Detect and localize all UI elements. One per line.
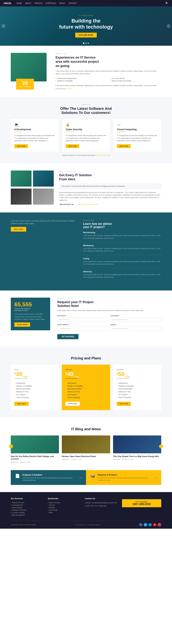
footer-svc-2[interactable]: IT Management xyxy=(11,504,44,506)
hero-dot-2[interactable] xyxy=(85,42,87,44)
nav-pages[interactable]: PAGES xyxy=(59,2,65,4)
itsol-consult-link[interactable]: Make Call & Get Information xyxy=(78,204,98,205)
about-sig-link[interactable]: Director xyxy=(66,88,72,90)
youtube-icon[interactable]: ▶ xyxy=(153,523,157,526)
submit-button[interactable]: GET NOTIFIED xyxy=(57,334,78,339)
popular-plan-type: POPULAR xyxy=(65,369,106,370)
about-features: Experienced Programmers All In One Servi… xyxy=(56,78,161,82)
footer-svc-4[interactable]: Hardware Technician xyxy=(11,509,44,511)
itdev-apply-button[interactable]: APPLY NOW xyxy=(14,144,28,148)
cloud-icon: ☁️ xyxy=(117,123,158,126)
footer-svc-1[interactable]: Software Solution xyxy=(11,501,44,504)
nav-home[interactable]: HOME xyxy=(17,2,22,4)
footer-quicklinks-heading: QuickLinks xyxy=(48,498,81,500)
instagram-icon[interactable]: 📷 xyxy=(158,523,161,526)
footer-link-2[interactable]: Services xyxy=(48,504,81,506)
itdev-icon: 💻 xyxy=(14,123,55,126)
itsolution-images xyxy=(11,170,54,206)
blog-title-1: How Do You Define Electric-Field Voltage… xyxy=(11,455,59,460)
itdev-name: It Development xyxy=(14,128,55,131)
hero-cta-button[interactable]: EXPLORE MORE xyxy=(75,33,97,38)
services-grid: 💻 It Development Services IT management … xyxy=(11,119,161,152)
blog-author-2: agentname xyxy=(62,459,69,460)
wireframing-title: Wireframing xyxy=(83,244,161,246)
study-more-button[interactable]: STUDY MORE xyxy=(14,322,30,327)
cta-request[interactable]: 📦 Request A Product Lorem ipsum dolor si… xyxy=(86,470,161,485)
deliver-left: Lorem ipsum dolor sit amet, consectetur … xyxy=(11,220,76,283)
request-desc: Lorem ipsum dolor sit amet, consectetur … xyxy=(98,477,152,482)
itsol-section-label: WHY CHOOSE US xyxy=(59,170,161,172)
last-name-input[interactable] xyxy=(110,317,161,322)
services-title: Offer The Latest Software AndSolutions T… xyxy=(11,106,161,115)
cloud-apply-button[interactable]: APPLY NOW xyxy=(117,144,131,148)
email-input[interactable] xyxy=(57,326,108,331)
popular-feat-4: Delivery On Time xyxy=(65,390,106,393)
itsolution-section: WHY CHOOSE US Get Every IT SolutionFrom … xyxy=(0,163,172,213)
services-section: SERVICE Offer The Latest Software AndSol… xyxy=(0,97,172,163)
cta-propose[interactable]: 📄 Propose A Solution Lorem ipsum dolor s… xyxy=(11,470,86,485)
nav-service[interactable]: SERVICE xyxy=(35,2,42,4)
cybersec-apply-button[interactable]: APPLY NOW xyxy=(66,144,79,148)
request-icon: 📦 xyxy=(90,474,95,478)
blog-prev-arrow[interactable]: ‹ xyxy=(9,444,13,448)
deliver-item-coding: Coding Lorem ipsum dolor sit amet, conse… xyxy=(83,258,161,268)
hero-prev-arrow[interactable]: ‹ xyxy=(2,24,5,28)
blog-meta-2: agentname January 27, 2022 xyxy=(62,459,110,460)
nav-portfolio[interactable]: PORTFOLIO xyxy=(46,2,56,4)
premium-feat-2: Weekly Or Fortnightly xyxy=(117,384,158,388)
cybersec-icon: 🔒 xyxy=(66,123,106,126)
nav-contact[interactable]: CONTACT xyxy=(68,2,77,4)
search-icon[interactable]: 🔍 xyxy=(165,2,168,5)
footer-link-1[interactable]: About Company xyxy=(48,501,81,504)
services-footer-link[interactable]: Find Your Solution xyxy=(96,154,109,156)
popular-apply-button[interactable]: APPLY NOW xyxy=(65,402,80,406)
deliver-right: MILESTONE Learn how we deliveryour IT pr… xyxy=(83,220,161,283)
service-card-cloud: ☁️ Cloud Computing Services IT managemen… xyxy=(113,119,161,152)
popular-features: Experienced Weekly Or Fortnightly Well D… xyxy=(65,382,106,399)
footer-svc-3[interactable]: Cyber Security xyxy=(11,506,44,509)
premium-feat-1: Experienced xyxy=(117,382,158,384)
nav-links: HOME ABOUT SERVICE PORTFOLIO PAGES CONTA… xyxy=(17,2,165,4)
pricing-section: PLANS Pricing and Plans BASIC $30/ hour … xyxy=(0,346,172,417)
footer-svc-5[interactable]: In House Tutoring xyxy=(11,511,44,514)
coding-text: Lorem ipsum dolor sit amet, consectetur … xyxy=(83,260,161,266)
premium-feat-5: 24/7 Support xyxy=(117,393,158,396)
cybersec-desc: IT management service that manages and m… xyxy=(66,134,106,142)
wireframing-text: Lorem ipsum dolor sit amet, consectetur … xyxy=(83,247,161,252)
footer-link-5[interactable]: News xyxy=(48,511,81,514)
hero-section: IT SOLUTION Building thefuture with tech… xyxy=(0,6,172,46)
navbar: ORION HOME ABOUT SERVICE PORTFOLIO PAGES… xyxy=(0,0,172,6)
footer-email: E: contact@email.com xyxy=(86,524,101,526)
twitter-icon[interactable]: t xyxy=(144,523,147,526)
basic-apply-button[interactable]: APPLY NOW xyxy=(14,402,29,406)
facebook-icon[interactable]: f xyxy=(139,523,143,526)
hero-next-arrow[interactable]: › xyxy=(167,24,170,28)
copyright: COPYRIGHT 2021. BY CRAFT THEME xyxy=(11,524,36,526)
footer-contact-heading: Contact Us xyxy=(85,498,118,500)
about-years-badge: 25 Years of Experience xyxy=(16,79,34,90)
hero-dot-3[interactable] xyxy=(88,42,89,44)
propose-desc: Lorem ipsum dolor sit amet, consectetur … xyxy=(22,477,77,482)
footer-bottom: COPYRIGHT 2021. BY CRAFT THEME T: +122-3… xyxy=(11,521,161,529)
linkedin-icon[interactable]: in xyxy=(148,523,152,526)
premium-apply-button[interactable]: APPLY NOW xyxy=(117,402,131,406)
delivering-text: Lorem ipsum dolor sit amet, consectetur … xyxy=(83,273,161,278)
first-name-input[interactable] xyxy=(57,317,108,322)
footer-contact-sm: T: +122-333-444 E: contact@email.com xyxy=(74,524,101,526)
price-card-premium: PREMIUM $50/ hour 5 Projects All Matter … xyxy=(113,364,161,410)
hero-dot-1[interactable] xyxy=(83,42,84,44)
deliver-apply-button[interactable]: APPLY NOW xyxy=(11,227,26,232)
deliver-text: Lorem ipsum dolor sit amet, consectetur … xyxy=(11,220,76,225)
footer-phone-number[interactable]: 1987-1993-0930 xyxy=(125,502,159,506)
footer-link-4[interactable]: Case Study xyxy=(48,509,81,511)
footer-svc-6[interactable]: Web Development xyxy=(11,514,44,516)
footer-services-heading: Our Services xyxy=(11,498,44,500)
blog-img-2 xyxy=(62,436,110,453)
blog-next-arrow[interactable]: › xyxy=(159,444,163,448)
inquiry-input[interactable] xyxy=(110,326,161,331)
email-inquiry-row: Email Address * Inquiry * xyxy=(57,324,161,331)
premium-features: Experienced Weekly Or Fortnightly Well D… xyxy=(117,382,158,399)
footer-link-3[interactable]: Portfolio xyxy=(48,506,81,509)
nav-about[interactable]: ABOUT xyxy=(25,2,31,4)
pricing-title: Pricing and Plans xyxy=(11,356,161,360)
